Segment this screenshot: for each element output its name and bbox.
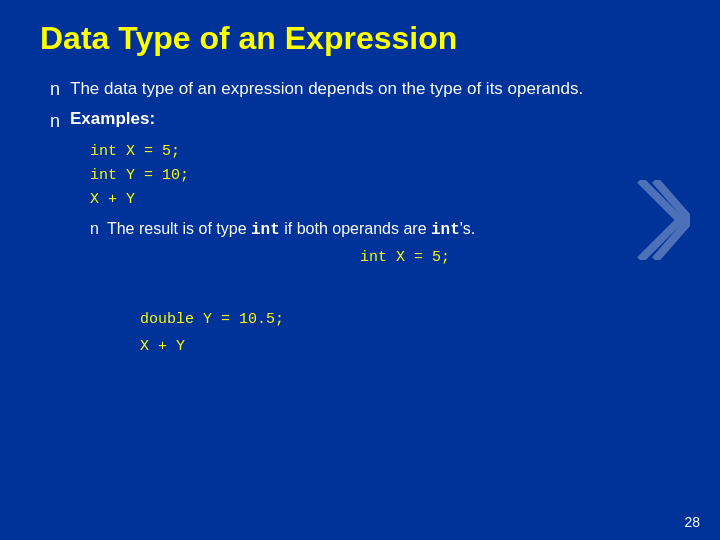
page-number: 28 [684,514,700,530]
bullet-item-2: n Examples: [50,109,680,132]
bullet-marker-2: n [50,111,60,132]
sub-bullet-int2: int [431,221,460,239]
slide: Data Type of an Expression n The data ty… [0,0,720,540]
slide-title: Data Type of an Expression [40,20,680,57]
code-line-3: X + Y [90,188,680,212]
bullet-marker-1: n [50,79,60,100]
double-line-1: double Y = 10.5; [140,306,680,333]
sub-bullet-int1: int [251,221,280,239]
double-code-block: double Y = 10.5; X + Y [140,306,680,360]
sub-bullet-prefix: The result is of type [107,220,251,237]
sub-bullet: n The result is of type int if both oper… [90,218,680,241]
sub-bullet-end: 's. [460,220,476,237]
sub-bullet-text: The result is of type int if both operan… [107,218,475,241]
code-center-block: int X = 5; [130,249,680,266]
bullet-section: n The data type of an expression depends… [50,77,680,266]
decorative-shape [630,180,690,260]
double-line-2: X + Y [140,333,680,360]
code-line-2: int Y = 10; [90,164,680,188]
code-block-1: int X = 5; int Y = 10; X + Y [90,140,680,212]
bullet-item-1: n The data type of an expression depends… [50,77,680,101]
sub-bullet-mid: if both operands are [280,220,431,237]
code-center-text: int X = 5; [360,249,450,266]
examples-label: Examples: [70,109,155,129]
code-line-1: int X = 5; [90,140,680,164]
sub-bullet-marker: n [90,218,99,240]
bullet-text-1: The data type of an expression depends o… [70,77,583,101]
